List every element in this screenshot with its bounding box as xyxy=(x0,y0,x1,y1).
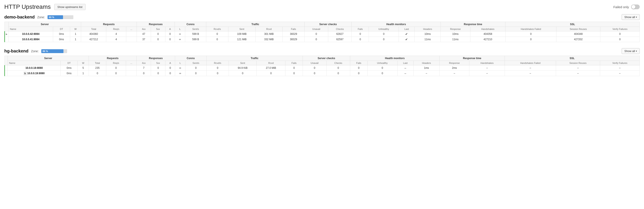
cell-0-15: 0 xyxy=(304,32,328,37)
sub-header-fails-14: Fails xyxy=(282,27,304,32)
sub-header-req/s-4: Req/s xyxy=(106,27,126,32)
cell-1-9: ∞ xyxy=(175,37,185,42)
col-group-server: Server xyxy=(8,56,89,61)
cell-0-21: 2ms xyxy=(440,65,469,71)
upstream-header-hg-backend: hg-backendZone:86 %Show all ▾ xyxy=(4,48,640,54)
sub-header-sent-12: Sent xyxy=(228,27,255,32)
zone-bar: 60 % xyxy=(48,15,73,19)
sub-header-dt-1: DT xyxy=(61,61,78,65)
show-all-button-hg-backend[interactable]: Show all ▾ xyxy=(622,48,640,54)
page-header-left: HTTP Upstreams Show upstreams list xyxy=(4,4,86,10)
show-upstreams-list-button[interactable]: Show upstreams list xyxy=(54,4,86,10)
col-group-response-time: Response time xyxy=(440,22,506,27)
col-group-server: Server xyxy=(8,22,81,27)
cell-0-10: 599 B xyxy=(185,32,206,37)
sub-header-sent/s-10: Sent/s xyxy=(185,27,206,32)
col-group-responses: Responses xyxy=(136,22,175,27)
cell-1-8: 0 xyxy=(166,71,175,76)
cell-0-9: ∞ xyxy=(175,65,186,71)
cell-1-16: 0 xyxy=(326,71,350,76)
cell-1-10: 0 xyxy=(186,71,206,76)
cell-0-19: ✔ xyxy=(398,32,415,37)
cell-0-7: 0 xyxy=(151,32,166,37)
cell-1-9: ∞ xyxy=(175,71,186,76)
cell-0-6: 47 xyxy=(136,32,151,37)
sub-header-rcvd/s-11: Rcvd/s xyxy=(206,61,229,65)
cell-0-20: 10ms xyxy=(415,32,440,37)
sub-header-total-3: Total xyxy=(89,61,106,65)
zone-bar: 86 % xyxy=(41,49,67,53)
cell-0-1: 0ms xyxy=(53,32,70,37)
sub-header-unhealthy-18: Unhealthy xyxy=(368,61,397,65)
cell-0-12: 94.9 KiB xyxy=(229,65,256,71)
upstream-block-hg-backend: hg-backendZone:86 %Show all ▾ServerReque… xyxy=(4,48,640,76)
col-group-traffic: Traffic xyxy=(206,22,304,27)
sub-header-5xx-7: 5xx xyxy=(151,27,166,32)
cell-0-5 xyxy=(126,32,136,37)
cell-1-17: 0 xyxy=(352,37,369,42)
cell-0-3: 235 xyxy=(89,65,106,71)
cell-1-22: – xyxy=(469,71,505,76)
cell-0-5 xyxy=(126,65,136,71)
col-group-traffic: Traffic xyxy=(206,56,303,61)
cell-1-1: 0ms xyxy=(61,71,78,76)
sub-header-rcvd/s-11: Rcvd/s xyxy=(206,27,228,32)
sub-header-checks-16: Checks xyxy=(328,27,352,32)
cell-0-11: 0 xyxy=(206,65,229,71)
sub-header-sent-12: Sent xyxy=(229,61,256,65)
row-expand-arrow[interactable] xyxy=(5,71,8,76)
cell-1-25: 0 xyxy=(600,37,640,42)
sub-header-session-reuses-24: Session Reuses xyxy=(556,27,600,32)
table-row: 10.0.0.41:80840ms142721243700∞599 B0121 … xyxy=(5,37,640,42)
sub-header-...-5: ... xyxy=(126,61,136,65)
cell-1-5 xyxy=(126,71,136,76)
cell-1-19: ✔ xyxy=(398,37,415,42)
sub-header-rcvd-13: Rcvd xyxy=(256,61,286,65)
upstream-header-left: demo-backendZone:60 % xyxy=(4,14,73,20)
sub-header-total-3: Total xyxy=(81,27,106,32)
cell-1-15: 0 xyxy=(304,37,328,42)
failed-only-label: Failed only xyxy=(613,5,629,9)
cell-0-22: 404358 xyxy=(470,32,506,37)
cell-0-0: 10.0.0.18:8080 xyxy=(8,65,61,71)
expand-col-header xyxy=(5,22,8,32)
show-all-button-demo-backend[interactable]: Show all ▾ xyxy=(622,14,640,20)
cell-1-21: – xyxy=(440,71,469,76)
row-expand-arrow[interactable] xyxy=(5,65,8,71)
cell-0-7: 0 xyxy=(151,65,166,71)
zone-bar-fill: 86 % xyxy=(41,49,64,53)
cell-1-22: 427210 xyxy=(470,37,506,42)
cell-0-14: 0 xyxy=(286,65,303,71)
col-group-health-monitors: Health monitors xyxy=(352,22,440,27)
cell-1-20: – xyxy=(414,71,440,76)
sub-header-verify-failures-25: Verify Failures xyxy=(600,61,640,65)
cell-1-21: 11ms xyxy=(440,37,470,42)
sub-header-last-19: Last xyxy=(398,27,415,32)
row-expand-arrow[interactable]: ▶ xyxy=(5,32,8,37)
cell-1-18: 0 xyxy=(369,37,398,42)
cell-1-14: 0 xyxy=(286,71,303,76)
sub-header-4xx-6: 4xx xyxy=(136,27,151,32)
failed-only-toggle-area: Failed only xyxy=(613,4,640,9)
cell-0-8: 0 xyxy=(166,65,175,71)
cell-1-20: 11ms xyxy=(415,37,440,42)
zone-bar-container: 60 % xyxy=(48,15,73,19)
cell-1-10: 599 B xyxy=(185,37,206,42)
upstream-name-demo-backend: demo-backend xyxy=(4,14,35,20)
page-header: HTTP Upstreams Show upstreams list Faile… xyxy=(4,4,640,10)
cell-1-17: 0 xyxy=(350,71,368,76)
sub-header-name-0: Name xyxy=(8,61,61,65)
failed-only-toggle[interactable] xyxy=(631,4,640,9)
cell-0-4: 4 xyxy=(106,32,126,37)
cell-0-0: 10.0.0.42:8084 xyxy=(8,32,53,37)
col-group-health-monitors: Health monitors xyxy=(350,56,440,61)
row-expand-arrow[interactable] xyxy=(5,37,8,42)
upstream-header-demo-backend: demo-backendZone:60 %Show all ▾ xyxy=(4,14,640,20)
cell-1-0: b10.0.0.19:8080 xyxy=(8,71,61,76)
cell-0-9: ∞ xyxy=(175,32,185,37)
cell-1-12: 0 xyxy=(229,71,256,76)
col-group-conns: Conns xyxy=(175,56,206,61)
sub-header-a-8: A xyxy=(165,27,175,32)
cell-1-11: 0 xyxy=(206,71,229,76)
cell-0-13: 27.0 MiB xyxy=(256,65,286,71)
